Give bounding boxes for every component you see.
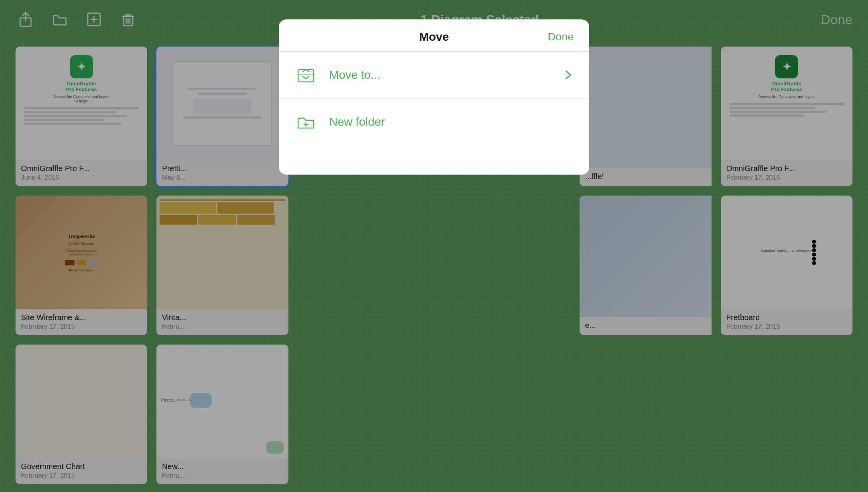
modal-title: Move [419, 30, 449, 43]
new-folder-item[interactable]: New folder [279, 99, 589, 145]
modal-header: Move Done [279, 19, 589, 52]
move-to-icon [294, 63, 318, 87]
move-modal: Move Done Move to... [279, 19, 589, 175]
modal-done-button[interactable]: Done [548, 31, 574, 43]
move-to-label: Move to... [329, 68, 551, 81]
modal-body: Move to... New folder [279, 52, 589, 145]
svg-rect-9 [298, 69, 314, 82]
move-to-chevron [563, 69, 574, 80]
move-to-item[interactable]: Move to... [279, 52, 589, 99]
new-folder-label: New folder [329, 115, 574, 128]
new-folder-icon [294, 110, 318, 133]
